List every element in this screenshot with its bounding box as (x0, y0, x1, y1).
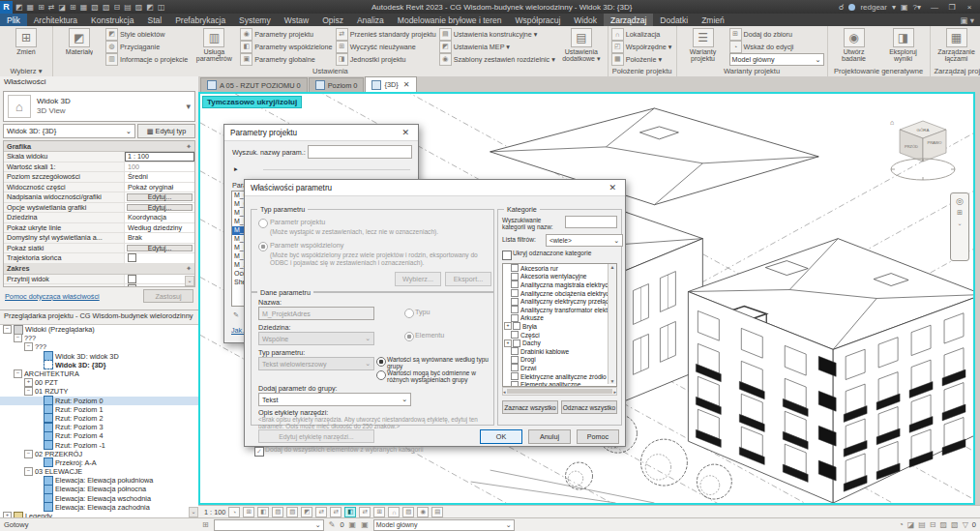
parametry-projektu-button[interactable]: ◉Parametry projektu (240, 28, 332, 40)
thin-lines-icon[interactable]: ▤ (124, 3, 132, 12)
ok-button[interactable]: OK (480, 429, 522, 444)
category-row-dachy[interactable]: +Dachy (503, 339, 616, 347)
expander-icon[interactable]: − (3, 325, 12, 334)
view-tab-poziom-0[interactable]: Poziom 0 (309, 77, 365, 92)
category-row-drzwi[interactable]: Drzwi (503, 364, 616, 372)
revit-logo[interactable]: R (0, 1, 13, 14)
steering-wheel-icon[interactable]: ◎ (956, 196, 964, 206)
tree-item-widoki-przeglądarka[interactable]: −Widoki (Przeglądarka) (0, 325, 198, 334)
values-vary-radio[interactable] (376, 370, 386, 380)
export-button[interactable]: Eksport... (445, 272, 491, 286)
sun-path-icon[interactable]: ▨ (272, 507, 283, 517)
expander-icon[interactable]: − (24, 387, 33, 396)
category-checkbox[interactable] (511, 273, 519, 280)
reveal-constraints-icon[interactable]: ◉ (417, 507, 429, 517)
tree-item-rzut-poziom-3[interactable]: Rzut: Poziom 3 (0, 423, 198, 431)
restore-button[interactable]: ❒ (943, 3, 961, 12)
filter-list-select[interactable]: <wiele>⌄ (546, 234, 623, 247)
section-zakres[interactable]: Zakres✦ (4, 264, 194, 275)
visibility-icon[interactable]: ▨ (135, 3, 143, 12)
property-checkbox[interactable] (128, 284, 136, 287)
tab-plik[interactable]: Plik (0, 14, 27, 26)
add-to-all-checkbox[interactable]: ✓ (254, 447, 264, 457)
tab-konstrukcja[interactable]: Konstrukcja (84, 14, 140, 26)
analytical-model-icon[interactable]: ▨ (402, 507, 414, 517)
lokalizacja-button[interactable]: ∩Lokalizacja (611, 28, 672, 40)
close-view-icon[interactable]: ✕ (403, 80, 410, 89)
select-button[interactable]: Wybierz... (395, 272, 441, 286)
undo-icon[interactable]: ⊞ (38, 3, 45, 12)
group-under-select[interactable]: Tekst⌄ (258, 393, 411, 406)
parameter-properties-dialog-titlebar[interactable]: Właściwości parametru ✕ (245, 180, 625, 196)
design-option-combo[interactable]: Model główny⌄ (373, 519, 515, 531)
dodaj-do-zbioru-button[interactable]: ⊞Dodaj do zbioru (729, 28, 824, 40)
property-value[interactable]: Według dziedziny (125, 223, 194, 233)
expander-icon[interactable]: + (24, 378, 33, 387)
apply-button[interactable]: Zastosuj (143, 289, 193, 303)
shadows-icon[interactable]: ▧ (286, 507, 298, 517)
category-checkbox[interactable] (511, 347, 519, 355)
section-grafika[interactable]: Grafika✦ (4, 141, 194, 152)
worksets-icon[interactable]: ◔ (899, 520, 904, 529)
wskaż-do-edycji-button[interactable]: ◔Wskaż do edycji (729, 41, 824, 52)
parameter-properties-dialog[interactable]: Właściwości parametru ✕ Typ parametru Pa… (244, 179, 626, 447)
view-tab-a-05-rzut-poziomu-0[interactable]: A 05 - RZUT POZIOMU 0 (200, 77, 308, 92)
view-tab-3d[interactable]: {3D}✕ (365, 76, 416, 92)
tab-zarządzaj[interactable]: Zarządzaj (604, 14, 653, 26)
category-checkbox[interactable] (511, 264, 519, 272)
minimize-button[interactable]: — (926, 3, 943, 12)
tab-opisz[interactable]: Opisz (315, 14, 350, 26)
tree-item-[interactable]: −??? (0, 334, 198, 342)
edit-type-button[interactable]: ▦ Edytuj typ (137, 124, 195, 138)
edit-button[interactable]: Edytuj... (127, 193, 193, 201)
edit-family-icon[interactable]: ⊟ (930, 520, 936, 529)
tree-item-rzut-poziom-2[interactable]: Rzut: Poziom 2 (0, 414, 198, 423)
edit-button[interactable]: Edytuj... (127, 204, 193, 212)
wyczyść-nieużywane-button[interactable]: ⊞Wyczyść nieużywane (336, 41, 436, 52)
close-icon[interactable]: ✕ (606, 183, 619, 192)
parametry-współdzielone-button[interactable]: ◧Parametry współdzielone (240, 41, 332, 52)
property-checkbox[interactable] (128, 275, 136, 283)
settings-icon[interactable]: ▧ (951, 520, 959, 529)
navigation-bar[interactable]: ◎ ⊞ ⌄ (950, 192, 969, 261)
edit-button[interactable]: Edytuj... (127, 245, 193, 252)
property-value[interactable]: Średni (125, 172, 194, 182)
view-selector-dropdown[interactable]: Widok 3D: {3D}⌄ (3, 124, 135, 138)
aligned-dimension-icon[interactable]: ▦ (80, 3, 88, 12)
active-workset-combo[interactable]: ⌄ (214, 519, 324, 531)
property-checkbox[interactable] (128, 253, 136, 262)
tab-prefabrykacja[interactable]: Prefabrykacja (168, 14, 232, 26)
category-list-hscrollbar[interactable]: ◂▸ (502, 387, 617, 396)
ustawienia-konstrukcyjne-button[interactable]: ▤Ustawienia konstrukcyjne ▾ (439, 28, 555, 40)
section-icon[interactable]: ⊟ (113, 3, 120, 12)
eksploruj-wyniki-button[interactable]: ◨Eksploruj wyniki (880, 28, 927, 63)
values-aligned-radio[interactable] (376, 357, 386, 367)
tree-item-02-przekrój[interactable]: −02 PRZEKRÓJ (0, 450, 198, 458)
tree-item-elewacja-elewacja-południowa[interactable]: Elewacja: Elewacja południowa (0, 476, 198, 485)
category-row-drabinki-kablowe[interactable]: Drabinki kablowe (503, 347, 616, 356)
browser-scrollbar[interactable]: ⌄ (189, 507, 198, 517)
category-row-analityczna-magistrala-elektryc[interactable]: Analityczna magistrala elektryc... (503, 280, 616, 289)
tab-modelowanie-bryłowe-i-teren[interactable]: Modelowanie bryłowe i teren (391, 14, 509, 26)
warianty-projektu-button[interactable]: ☰Warianty projektu (680, 28, 727, 63)
tree-item-widok-3d-3d[interactable]: Widok 3D: {3D} (0, 361, 198, 369)
parametry-globalne-button[interactable]: ▣Parametry globalne (240, 53, 332, 65)
reveal-hidden-icon[interactable]: ⇄ (359, 507, 371, 517)
expander-icon[interactable]: − (24, 467, 33, 476)
tree-item-[interactable]: −??? (0, 342, 198, 351)
tab-współpracuj[interactable]: Współpracuj (509, 14, 568, 26)
materiały-button[interactable]: ◩Materiały (56, 28, 103, 55)
collapse-icon[interactable]: ▤ (431, 507, 443, 517)
category-list[interactable]: Akcesoria rurAkcesoria wentylacyjneAnali… (502, 263, 617, 387)
tree-item-rzut-poziom-1[interactable]: Rzut: Poziom 1 (0, 405, 198, 414)
avatar-icon[interactable] (848, 4, 855, 11)
category-row-akcesoria-wentylacyjne[interactable]: Akcesoria wentylacyjne (503, 273, 616, 281)
property-value[interactable]: Pokaż oryginał (125, 183, 194, 192)
signed-in-user[interactable]: redgear (860, 3, 887, 12)
category-row-drogi[interactable]: Drogi (503, 356, 616, 365)
worksets-icon[interactable]: ⊞ (202, 520, 209, 529)
press-drag-icon[interactable]: ▨ (940, 520, 948, 529)
przenieś-standardy-projektu-button[interactable]: ⇄Przenieś standardy projektu (336, 28, 436, 40)
show-crop-icon[interactable]: ⇄ (330, 507, 342, 517)
view-cube[interactable]: GÓRAPRZÓDPRAWO⌂ (886, 115, 960, 191)
